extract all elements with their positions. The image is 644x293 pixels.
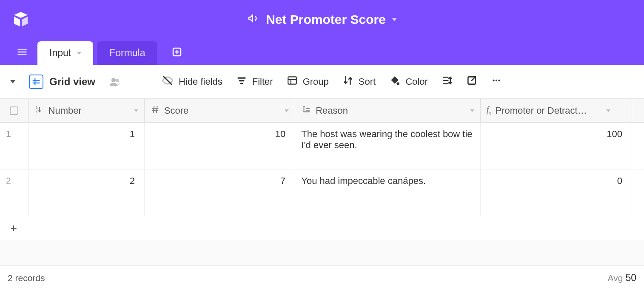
record-count: 2 records xyxy=(8,273,45,283)
header-top: Net Promoter Score xyxy=(0,0,644,39)
column-header-score[interactable]: Score xyxy=(145,99,295,122)
view-name[interactable]: Grid view xyxy=(29,75,95,89)
hide-fields-icon xyxy=(162,75,174,89)
column-label: Reason xyxy=(316,105,470,116)
svg-text:1: 1 xyxy=(35,106,37,109)
view-name-label: Grid view xyxy=(49,76,95,88)
svg-marker-0 xyxy=(14,12,28,18)
svg-point-12 xyxy=(111,78,116,82)
sort-label: Sort xyxy=(359,76,376,87)
chevron-down-icon xyxy=(77,52,81,55)
svg-point-13 xyxy=(116,79,119,82)
cell-promoter[interactable]: 0 xyxy=(481,169,632,216)
app-logo-icon[interactable] xyxy=(10,9,31,30)
row-number[interactable]: 1 xyxy=(0,123,29,169)
share-collaborators-button[interactable] xyxy=(109,77,122,87)
hide-fields-button[interactable]: Hide fields xyxy=(162,75,222,89)
menu-button[interactable] xyxy=(12,42,32,62)
tab-label: Formula xyxy=(109,47,145,59)
column-label: Promoter or Detract… xyxy=(496,105,606,116)
row-height-button[interactable] xyxy=(442,75,453,89)
chevron-down-icon[interactable] xyxy=(285,109,289,112)
table-row[interactable]: 2 2 7 You had impeccable canápes. 0 xyxy=(0,169,644,216)
row-number[interactable]: 2 xyxy=(0,169,29,216)
formula-icon: fx xyxy=(487,105,491,116)
svg-rect-18 xyxy=(288,77,296,84)
svg-marker-2 xyxy=(22,17,28,26)
svg-point-26 xyxy=(493,79,494,81)
tab-input[interactable]: Input xyxy=(37,41,93,65)
svg-point-27 xyxy=(496,79,497,81)
avg-value: 50 xyxy=(625,272,636,284)
chevron-down-icon[interactable] xyxy=(470,109,474,112)
add-column-area[interactable] xyxy=(632,99,644,122)
table-tabs: Input Formula xyxy=(0,39,644,65)
megaphone-icon xyxy=(247,12,260,28)
svg-marker-1 xyxy=(14,17,20,26)
sort-button[interactable]: Sort xyxy=(342,75,376,89)
long-text-icon xyxy=(301,105,311,117)
app-header: Net Promoter Score Input Formula xyxy=(0,0,644,65)
filter-icon xyxy=(236,75,247,89)
add-row-button[interactable] xyxy=(0,216,644,240)
svg-rect-17 xyxy=(240,83,243,84)
cell-reason[interactable]: The host was wearing the coolest bow tie… xyxy=(295,123,480,169)
column-header-number[interactable]: 12 Number xyxy=(29,99,145,122)
add-table-button[interactable] xyxy=(167,42,187,62)
color-label: Color xyxy=(405,76,428,87)
table-row[interactable]: 1 1 10 The host was wearing the coolest … xyxy=(0,123,644,169)
cell-score[interactable]: 10 xyxy=(145,123,295,169)
group-button[interactable]: Group xyxy=(287,75,329,89)
tab-label: Input xyxy=(49,47,71,59)
chevron-down-icon xyxy=(10,80,15,83)
autonumber-icon: 12 xyxy=(35,105,44,117)
column-header-reason[interactable]: Reason xyxy=(295,99,480,122)
cell-number[interactable]: 2 xyxy=(29,169,145,216)
tab-formula[interactable]: Formula xyxy=(97,41,157,65)
column-headers: 12 Number Score Reason fx Promoter or De… xyxy=(0,99,644,123)
grid-view-icon xyxy=(29,75,43,89)
column-label: Score xyxy=(164,105,285,116)
grid-footer: 2 records Avg 50 xyxy=(0,266,644,290)
svg-point-28 xyxy=(498,79,500,81)
svg-line-34 xyxy=(157,106,157,112)
share-view-button[interactable] xyxy=(466,75,477,89)
cell-number[interactable]: 1 xyxy=(29,123,145,169)
number-icon xyxy=(151,105,160,117)
svg-rect-16 xyxy=(239,80,244,81)
avg-label: Avg xyxy=(608,273,623,283)
summary-bar xyxy=(0,240,644,266)
more-options-button[interactable] xyxy=(491,75,502,89)
cell-empty xyxy=(632,123,644,169)
group-icon xyxy=(287,75,298,89)
svg-rect-15 xyxy=(237,77,246,78)
column-header-promoter[interactable]: fx Promoter or Detract… xyxy=(481,99,632,122)
svg-line-33 xyxy=(153,106,154,112)
chevron-down-icon[interactable] xyxy=(606,109,610,112)
data-grid: 12 Number Score Reason fx Promoter or De… xyxy=(0,99,644,290)
hide-fields-label: Hide fields xyxy=(179,76,222,87)
color-button[interactable]: Color xyxy=(389,75,428,89)
view-switcher[interactable] xyxy=(10,80,15,83)
select-all-checkbox[interactable] xyxy=(10,106,18,115)
cell-empty xyxy=(632,169,644,216)
svg-point-21 xyxy=(397,82,400,85)
filter-label: Filter xyxy=(252,76,273,87)
filter-button[interactable]: Filter xyxy=(236,75,273,89)
cell-reason[interactable]: You had impeccable canápes. xyxy=(295,169,480,216)
chevron-down-icon xyxy=(392,18,397,21)
base-title[interactable]: Net Promoter Score xyxy=(247,12,397,28)
group-label: Group xyxy=(303,76,329,87)
chevron-down-icon[interactable] xyxy=(134,109,138,112)
select-all-column[interactable] xyxy=(0,99,29,122)
svg-text:2: 2 xyxy=(35,109,37,113)
cell-promoter[interactable]: 100 xyxy=(481,123,632,169)
sort-icon xyxy=(342,75,353,89)
column-label: Number xyxy=(48,105,134,116)
view-toolbar: Grid view Hide fields Filter Group Sort … xyxy=(0,65,644,99)
base-name-label: Net Promoter Score xyxy=(266,12,386,27)
color-icon xyxy=(389,75,400,89)
cell-score[interactable]: 7 xyxy=(145,169,295,216)
